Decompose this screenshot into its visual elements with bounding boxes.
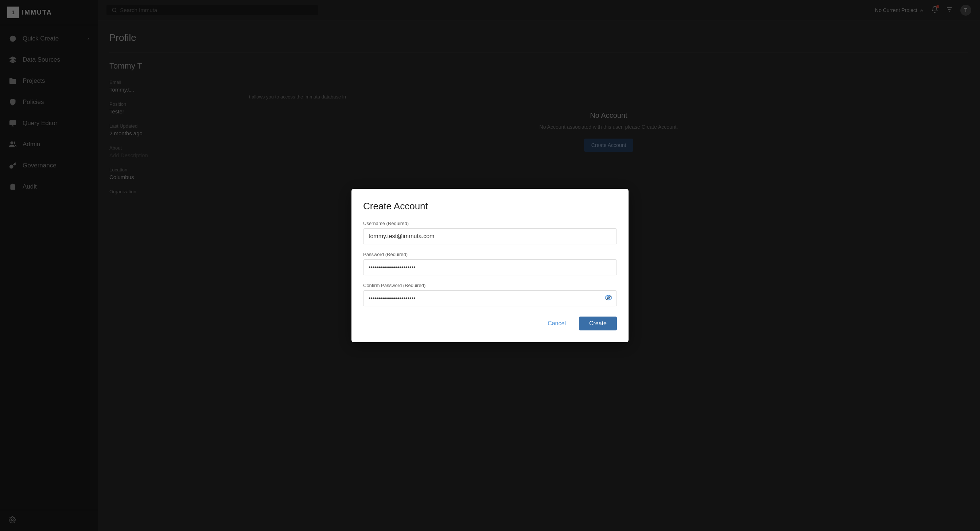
- confirm-password-form-group: Confirm Password (Required): [363, 283, 617, 306]
- confirm-password-label: Confirm Password (Required): [363, 283, 617, 288]
- password-visibility-toggle[interactable]: [605, 293, 612, 303]
- username-form-group: Username (Required): [363, 221, 617, 244]
- password-input[interactable]: [363, 259, 617, 275]
- create-account-modal: Create Account Username (Required) Passw…: [352, 189, 628, 342]
- modal-actions: Cancel Create: [363, 317, 617, 330]
- create-button[interactable]: Create: [579, 317, 617, 330]
- modal-overlay: Create Account Username (Required) Passw…: [0, 0, 980, 531]
- modal-title: Create Account: [363, 201, 617, 212]
- password-form-group: Password (Required): [363, 252, 617, 275]
- username-label: Username (Required): [363, 221, 617, 226]
- confirm-password-wrapper: [363, 290, 617, 306]
- password-label: Password (Required): [363, 252, 617, 257]
- confirm-password-input[interactable]: [363, 290, 617, 306]
- username-input[interactable]: [363, 228, 617, 244]
- cancel-button[interactable]: Cancel: [540, 317, 573, 330]
